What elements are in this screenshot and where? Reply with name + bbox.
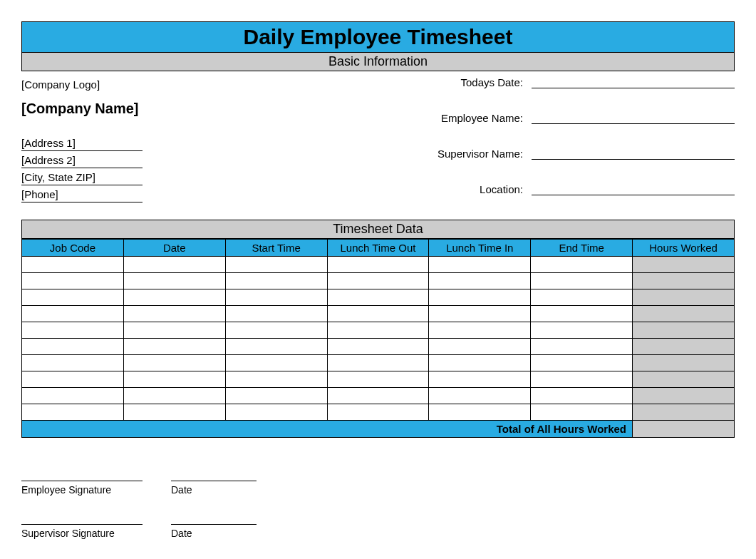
cell[interactable] bbox=[633, 273, 735, 289]
cell[interactable] bbox=[633, 322, 735, 339]
cell[interactable] bbox=[429, 322, 531, 339]
cell[interactable] bbox=[123, 257, 225, 273]
cell[interactable] bbox=[531, 339, 633, 355]
cell[interactable] bbox=[633, 404, 735, 421]
basic-info: [Company Logo] [Company Name] [Address 1… bbox=[21, 76, 735, 205]
cell[interactable] bbox=[429, 355, 531, 371]
cell[interactable] bbox=[123, 404, 225, 421]
col-start-time: Start Time bbox=[225, 240, 327, 257]
cell[interactable] bbox=[327, 273, 429, 289]
company-logo: [Company Logo] bbox=[21, 78, 363, 91]
col-lunch-time-in: Lunch Time In bbox=[429, 240, 531, 257]
cell[interactable] bbox=[429, 289, 531, 306]
cell[interactable] bbox=[531, 257, 633, 273]
cell[interactable] bbox=[225, 306, 327, 322]
cell[interactable] bbox=[22, 289, 124, 306]
cell[interactable] bbox=[123, 322, 225, 339]
table-row bbox=[22, 322, 735, 339]
cell[interactable] bbox=[633, 257, 735, 273]
cell[interactable] bbox=[22, 257, 124, 273]
cell[interactable] bbox=[225, 322, 327, 339]
city-state-zip[interactable]: [City, State ZIP] bbox=[21, 171, 143, 185]
cell[interactable] bbox=[225, 355, 327, 371]
cell[interactable] bbox=[531, 306, 633, 322]
cell[interactable] bbox=[225, 404, 327, 421]
cell[interactable] bbox=[429, 257, 531, 273]
cell[interactable] bbox=[123, 306, 225, 322]
cell[interactable] bbox=[327, 371, 429, 388]
cell[interactable] bbox=[327, 339, 429, 355]
cell[interactable] bbox=[225, 339, 327, 355]
cell[interactable] bbox=[531, 289, 633, 306]
cell[interactable] bbox=[531, 322, 633, 339]
supervisor-name-label: Supervisor Name: bbox=[393, 148, 523, 160]
address-2[interactable]: [Address 2] bbox=[21, 154, 143, 168]
table-row bbox=[22, 306, 735, 322]
cell[interactable] bbox=[225, 371, 327, 388]
cell[interactable] bbox=[327, 289, 429, 306]
col-date: Date bbox=[123, 240, 225, 257]
cell[interactable] bbox=[633, 306, 735, 322]
cell[interactable] bbox=[22, 371, 124, 388]
cell[interactable] bbox=[123, 388, 225, 404]
cell[interactable] bbox=[22, 388, 124, 404]
cell[interactable] bbox=[225, 257, 327, 273]
cell[interactable] bbox=[327, 388, 429, 404]
cell[interactable] bbox=[633, 355, 735, 371]
cell[interactable] bbox=[531, 273, 633, 289]
cell[interactable] bbox=[633, 371, 735, 388]
cell[interactable] bbox=[123, 339, 225, 355]
cell[interactable] bbox=[123, 355, 225, 371]
location-input[interactable] bbox=[532, 183, 735, 195]
cell[interactable] bbox=[531, 371, 633, 388]
col-job-code: Job Code bbox=[22, 240, 124, 257]
supervisor-name-input[interactable] bbox=[532, 147, 735, 160]
basic-info-header: Basic Information bbox=[21, 53, 735, 71]
cell[interactable] bbox=[327, 257, 429, 273]
cell[interactable] bbox=[429, 404, 531, 421]
cell[interactable] bbox=[633, 388, 735, 404]
col-lunch-time-out: Lunch Time Out bbox=[327, 240, 429, 257]
signature-area: Employee Signature Date Supervisor Signa… bbox=[21, 481, 735, 539]
cell[interactable] bbox=[22, 306, 124, 322]
cell[interactable] bbox=[123, 289, 225, 306]
employee-name-input[interactable] bbox=[532, 111, 735, 124]
todays-date-input[interactable] bbox=[532, 76, 735, 88]
cell[interactable] bbox=[22, 355, 124, 371]
cell[interactable] bbox=[123, 371, 225, 388]
cell[interactable] bbox=[327, 355, 429, 371]
timesheet-header: Timesheet Data bbox=[21, 220, 735, 239]
cell[interactable] bbox=[225, 273, 327, 289]
cell[interactable] bbox=[633, 339, 735, 355]
cell[interactable] bbox=[429, 273, 531, 289]
sup-date-label: Date bbox=[171, 524, 257, 539]
cell[interactable] bbox=[123, 273, 225, 289]
table-row bbox=[22, 404, 735, 421]
cell[interactable] bbox=[429, 371, 531, 388]
total-label: Total of All Hours Worked bbox=[22, 421, 633, 438]
cell[interactable] bbox=[22, 273, 124, 289]
cell[interactable] bbox=[531, 388, 633, 404]
title-bar: Daily Employee Timesheet bbox=[21, 21, 735, 53]
cell[interactable] bbox=[327, 322, 429, 339]
cell[interactable] bbox=[22, 339, 124, 355]
cell[interactable] bbox=[531, 355, 633, 371]
cell[interactable] bbox=[225, 388, 327, 404]
supervisor-signature-label: Supervisor Signature bbox=[21, 524, 143, 539]
timesheet-section: Timesheet Data Job CodeDateStart TimeLun… bbox=[21, 220, 735, 438]
table-row bbox=[22, 371, 735, 388]
cell[interactable] bbox=[429, 339, 531, 355]
company-name: [Company Name] bbox=[21, 101, 363, 117]
cell[interactable] bbox=[327, 306, 429, 322]
cell[interactable] bbox=[225, 289, 327, 306]
cell[interactable] bbox=[531, 404, 633, 421]
table-row bbox=[22, 289, 735, 306]
address-1[interactable]: [Address 1] bbox=[21, 137, 143, 151]
cell[interactable] bbox=[327, 404, 429, 421]
cell[interactable] bbox=[429, 388, 531, 404]
cell[interactable] bbox=[22, 322, 124, 339]
cell[interactable] bbox=[633, 289, 735, 306]
cell[interactable] bbox=[22, 404, 124, 421]
cell[interactable] bbox=[429, 306, 531, 322]
phone[interactable]: [Phone] bbox=[21, 188, 143, 202]
